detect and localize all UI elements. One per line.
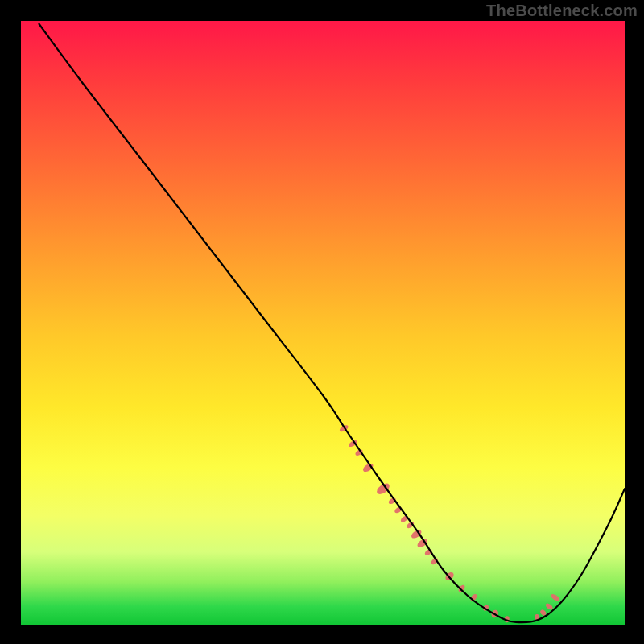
bottleneck-curve [39, 24, 625, 623]
curve-marker [550, 592, 560, 602]
chart-stage: TheBottleneck.com [0, 0, 644, 644]
curve-marker [457, 584, 466, 592]
plot-frame [20, 20, 625, 625]
watermark-text: TheBottleneck.com [486, 2, 638, 20]
curve-svg-layer [21, 21, 625, 625]
marker-band-group [339, 424, 561, 623]
